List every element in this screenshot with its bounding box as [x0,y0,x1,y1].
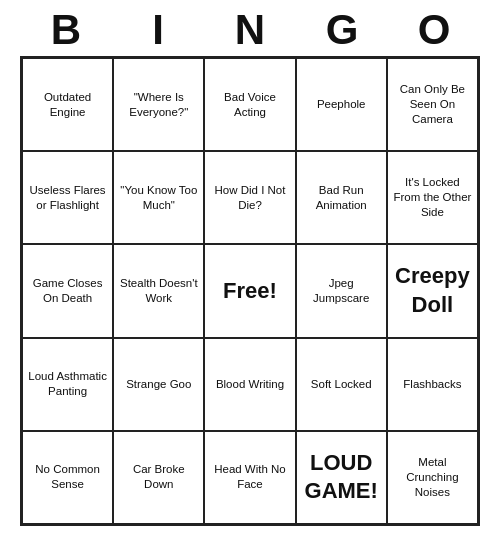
header-letter-o: O [394,6,474,54]
bingo-cell-7[interactable]: How Did I Not Die? [204,151,295,244]
header-letter-g: G [302,6,382,54]
bingo-cell-3[interactable]: Peephole [296,58,387,151]
bingo-cell-24[interactable]: Metal Crunching Noises [387,431,478,524]
bingo-cell-0[interactable]: Outdated Engine [22,58,113,151]
bingo-cell-23[interactable]: LOUD GAME! [296,431,387,524]
bingo-header: BINGO [20,0,480,56]
bingo-cell-8[interactable]: Bad Run Animation [296,151,387,244]
bingo-cell-21[interactable]: Car Broke Down [113,431,204,524]
bingo-cell-22[interactable]: Head With No Face [204,431,295,524]
bingo-cell-14[interactable]: Creepy Doll [387,244,478,337]
bingo-cell-1[interactable]: "Where Is Everyone?" [113,58,204,151]
header-letter-n: N [210,6,290,54]
bingo-cell-10[interactable]: Game Closes On Death [22,244,113,337]
bingo-cell-5[interactable]: Useless Flares or Flashlight [22,151,113,244]
bingo-cell-17[interactable]: Blood Writing [204,338,295,431]
bingo-cell-13[interactable]: Jpeg Jumpscare [296,244,387,337]
bingo-cell-18[interactable]: Soft Locked [296,338,387,431]
bingo-cell-12[interactable]: Free! [204,244,295,337]
bingo-cell-6[interactable]: "You Know Too Much" [113,151,204,244]
bingo-cell-20[interactable]: No Common Sense [22,431,113,524]
bingo-cell-15[interactable]: Loud Asthmatic Panting [22,338,113,431]
bingo-cell-19[interactable]: Flashbacks [387,338,478,431]
header-letter-i: I [118,6,198,54]
bingo-cell-11[interactable]: Stealth Doesn't Work [113,244,204,337]
bingo-cell-16[interactable]: Strange Goo [113,338,204,431]
header-letter-b: B [26,6,106,54]
bingo-cell-9[interactable]: It's Locked From the Other Side [387,151,478,244]
bingo-cell-4[interactable]: Can Only Be Seen On Camera [387,58,478,151]
bingo-grid: Outdated Engine"Where Is Everyone?"Bad V… [20,56,480,526]
bingo-cell-2[interactable]: Bad Voice Acting [204,58,295,151]
